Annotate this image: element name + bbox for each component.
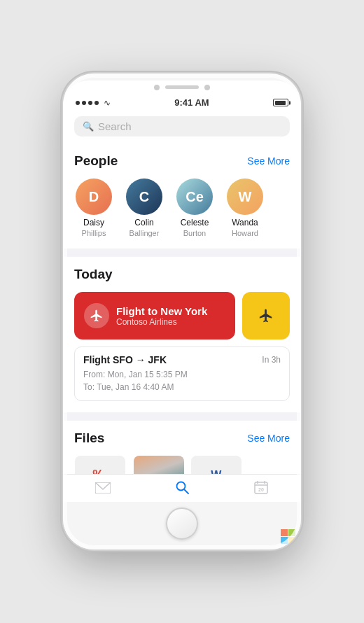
- mail-icon: [95, 481, 111, 497]
- travel-cards-row: Flight to New York Contoso Airlines: [74, 292, 290, 340]
- watermark: [281, 529, 295, 544]
- people-title: People: [74, 153, 118, 169]
- camera-dot: [154, 85, 160, 90]
- today-section-header: Today: [74, 267, 290, 282]
- search-bar-container[interactable]: 🔍 Search: [63, 111, 301, 144]
- wifi-icon: ∿: [104, 98, 111, 108]
- main-content: People See More D Daisy Phillips C Colin…: [63, 144, 301, 474]
- file-photo-thumb: [134, 456, 184, 474]
- signal-dot-1: [76, 101, 80, 105]
- search-tab-icon: [175, 480, 189, 498]
- avatar-celeste: Ce: [176, 178, 213, 215]
- files-section: Files See More ‰ BoardingPass PDF: [63, 421, 301, 474]
- tab-bar: 20: [63, 474, 301, 502]
- person-celeste-last: Burton: [183, 229, 206, 237]
- person-colin-first: Colin: [134, 218, 153, 227]
- flight-to: To: Tue, Jan 16 4:40 AM: [83, 381, 281, 393]
- file-pdf-thumb: ‰: [75, 456, 125, 474]
- flight-time-badge: In 3h: [262, 355, 281, 365]
- person-celeste-first: Celeste: [181, 218, 209, 227]
- tab-search[interactable]: [142, 480, 221, 498]
- signal-dot-2: [82, 101, 86, 105]
- home-button-area: [63, 502, 301, 550]
- battery-icon: [273, 99, 288, 106]
- today-section: Today Flight to New York Contoso Airline…: [63, 257, 301, 412]
- person-colin-last: Ballinger: [130, 229, 160, 237]
- tab-calendar[interactable]: 20: [222, 480, 301, 498]
- flight-card-info: Flight to New York Contoso Airlines: [116, 305, 207, 327]
- search-input[interactable]: 🔍 Search: [74, 116, 290, 136]
- file-receipt[interactable]: W Receipt DOCX: [191, 456, 241, 474]
- signal-dot-3: [88, 101, 92, 105]
- people-section: People See More D Daisy Phillips C Colin…: [63, 144, 301, 248]
- svg-line-2: [184, 489, 188, 493]
- flight-card-airline: Contoso Airlines: [116, 317, 207, 327]
- avatar-colin: C: [126, 178, 162, 215]
- files-see-more[interactable]: See More: [247, 433, 290, 444]
- people-see-more[interactable]: See More: [247, 155, 290, 167]
- file-boardingpass[interactable]: ‰ BoardingPass PDF: [74, 456, 127, 474]
- person-wanda-last: Howard: [232, 229, 258, 237]
- signal-dot-4: [94, 101, 99, 105]
- person-wanda[interactable]: W Wanda Howard: [225, 178, 265, 237]
- status-time: 9:41 AM: [174, 97, 209, 108]
- search-icon: 🔍: [83, 121, 94, 132]
- phone-frame: ∿ 9:41 AM 🔍 Search People See More: [63, 74, 301, 550]
- home-button[interactable]: [166, 507, 198, 540]
- flight-card-title: Flight to New York: [116, 305, 207, 317]
- svg-text:20: 20: [258, 487, 264, 492]
- files-title: Files: [74, 430, 104, 446]
- battery-area: [273, 99, 288, 106]
- sensor-dot: [204, 85, 210, 90]
- tab-mail[interactable]: [63, 481, 142, 497]
- signal-area: ∿: [76, 98, 111, 108]
- today-title: Today: [74, 267, 113, 282]
- word-icon: W: [211, 469, 221, 474]
- flight-card-red[interactable]: Flight to New York Contoso Airlines: [74, 292, 235, 340]
- flight-detail-card[interactable]: Flight SFO → JFK In 3h From: Mon, Jan 15…: [74, 346, 290, 401]
- person-daisy-last: Phillips: [82, 229, 106, 237]
- person-celeste[interactable]: Ce Celeste Burton: [175, 178, 214, 237]
- notch-area: [63, 80, 301, 92]
- flight-detail-header: Flight SFO → JFK In 3h: [83, 354, 281, 365]
- people-row: D Daisy Phillips C Colin Ballinger Ce Ce…: [74, 178, 290, 237]
- phone-screen: ∿ 9:41 AM 🔍 Search People See More: [63, 80, 301, 550]
- person-daisy[interactable]: D Daisy Phillips: [74, 178, 113, 237]
- files-row: ‰ BoardingPass PDF: [74, 456, 290, 474]
- flight-route: Flight SFO → JFK: [83, 354, 167, 365]
- flight-from: From: Mon, Jan 15 5:35 PM: [83, 368, 281, 381]
- person-daisy-first: Daisy: [83, 218, 104, 227]
- pdf-icon: ‰: [92, 466, 108, 474]
- avatar-daisy: D: [76, 178, 112, 215]
- calendar-icon: 20: [254, 480, 268, 498]
- person-wanda-first: Wanda: [232, 218, 258, 227]
- file-photo[interactable]: [134, 456, 184, 474]
- flight-red-icon: [84, 303, 109, 328]
- avatar-wanda: W: [227, 178, 263, 215]
- flight-card-yellow[interactable]: [242, 292, 290, 340]
- file-word-thumb: W: [191, 456, 241, 474]
- search-placeholder: Search: [98, 120, 132, 132]
- speaker-grille: [165, 85, 199, 89]
- files-section-header: Files See More: [74, 430, 290, 446]
- person-colin[interactable]: C Colin Ballinger: [125, 178, 164, 237]
- battery-fill: [275, 101, 286, 105]
- status-bar: ∿ 9:41 AM: [63, 92, 301, 111]
- people-section-header: People See More: [74, 153, 290, 169]
